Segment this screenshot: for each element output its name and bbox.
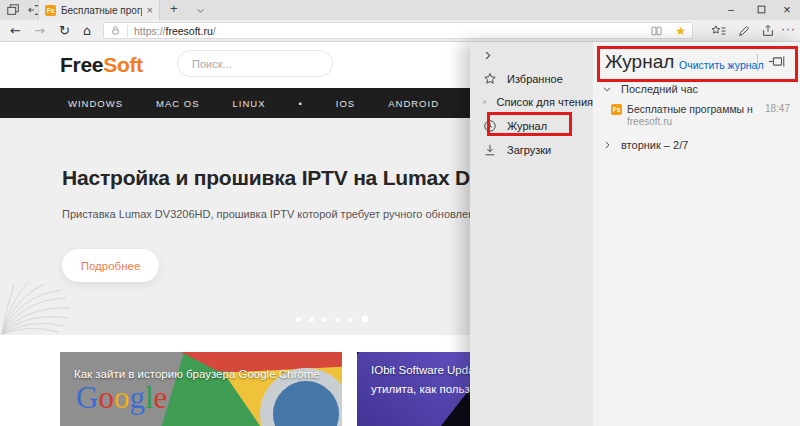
hub-expand-chevron-icon[interactable] [482,50,493,61]
favorite-star-icon[interactable]: ★ [675,25,686,37]
reading-list-icon [483,95,487,109]
nav-item-macos[interactable]: MAC OS [156,98,199,109]
chevron-down-icon [602,84,612,94]
google-letter: e [154,380,168,415]
carousel-dot[interactable] [348,317,353,322]
home-button[interactable]: ⌂ [83,23,91,39]
hub-history-pane: Журнал Очистить журнал Последний час Fs … [593,42,800,426]
site-logo[interactable]: FreeSoft [60,53,143,77]
address-bar[interactable]: https://freesoft.ru/ ★ [103,22,693,39]
history-section-last-hour[interactable]: Последний час [602,83,698,95]
url-path: / [213,25,216,37]
history-section-tuesday[interactable]: вторник – 2/7 [602,139,688,151]
google-letter: G [76,380,98,415]
clear-history-link[interactable]: Очистить журнал [679,59,764,71]
web-note-pen-icon[interactable] [737,24,751,38]
lock-icon [110,25,121,36]
window-close-button[interactable]: × [772,0,800,20]
tab-title: Бесплатные программ [61,5,142,16]
new-tab-button[interactable]: + [170,1,178,16]
nav-separator-dot: • [299,98,303,109]
hub-panel: Избранное Список для чтения Журнал Загру… [470,42,800,426]
url-protocol: https:// [134,25,166,37]
nav-item-windows[interactable]: WINDOWS [68,98,123,109]
site-search-input[interactable] [177,50,333,77]
nav-item-android[interactable]: ANDROID [388,98,439,109]
tab-preview-icon[interactable] [6,3,22,17]
google-letter: o [98,380,114,415]
card-title: Как зайти в историю браузера Google Chro… [74,368,320,380]
sidebar-item-label: Избранное [507,73,563,85]
hub-favorites-icon[interactable] [710,24,727,38]
hub-sidebar: Избранное Список для чтения Журнал Загру… [470,42,593,426]
hero-title: Настройка и прошивка IPTV на Lumax DV-32… [62,166,535,190]
sidebar-item-label: Список для чтения [497,96,593,108]
history-entry-time: 18:47 [765,103,790,114]
carousel-dot[interactable] [322,317,327,322]
hero-more-button[interactable]: Подробнее [62,249,159,282]
header-divider [757,54,758,71]
reading-view-icon[interactable] [650,25,663,37]
share-icon[interactable] [761,24,775,38]
star-icon [483,72,497,86]
forward-button[interactable]: → [34,23,45,39]
more-menu-icon[interactable]: ··· [781,22,796,36]
carousel-dots [296,315,369,323]
sidebar-item-label: Журнал [507,120,547,132]
history-entry-title: Бесплатные программы на FreeSoft, ск [627,103,753,115]
carousel-dot[interactable] [335,317,340,322]
logo-part1: Free [60,53,103,76]
tab-list-chevron-icon[interactable] [196,6,205,15]
history-entry-domain: freesoft.ru [627,116,672,127]
carousel-dot[interactable] [296,317,301,322]
google-letter: l [145,380,154,415]
section-label: Последний час [621,83,698,95]
history-entry-favicon: Fs [611,104,622,115]
browser-toolbar: ← → ↻ ⌂ https://freesoft.ru/ ★ ··· [0,20,800,42]
carousel-dot[interactable] [309,317,314,322]
address-divider [127,25,128,37]
clock-icon [483,119,497,133]
tab-close-icon[interactable]: × [147,5,153,16]
window-minimize-button[interactable]: – [716,0,746,20]
browser-tab[interactable]: Fs Бесплатные программ × [38,0,160,20]
article-card-chrome-history[interactable]: Как зайти в историю браузера Google Chro… [60,352,342,426]
history-pane-title: Журнал [605,51,674,73]
chevron-right-icon [602,140,612,150]
nav-item-ios[interactable]: IOS [336,98,355,109]
history-entry[interactable]: Fs Бесплатные программы на FreeSoft, ск … [593,100,800,132]
back-button[interactable]: ← [10,23,21,39]
decorative-lines [0,268,72,335]
sidebar-item-history[interactable]: Журнал [470,115,593,136]
pin-panel-icon[interactable] [768,55,786,68]
sidebar-item-downloads[interactable]: Загрузки [470,139,593,160]
download-icon [483,143,497,157]
sidebar-item-label: Загрузки [507,144,551,156]
tab-favicon: Fs [45,5,56,16]
google-letter: o [114,380,130,415]
sidebar-item-favorites[interactable]: Избранное [470,68,593,89]
logo-part2: Soft [103,53,143,76]
nav-item-linux[interactable]: LINUX [233,98,266,109]
sidebar-item-reading-list[interactable]: Список для чтения [470,91,593,112]
url-text: https://freesoft.ru/ [134,25,216,37]
carousel-dot-active[interactable] [361,315,369,323]
url-domain: freesoft.ru [166,25,213,37]
google-letter: g [129,380,145,415]
browser-titlebar: Fs Бесплатные программ × + – × [0,0,800,20]
google-logo: Google [76,380,167,416]
refresh-button[interactable]: ↻ [59,23,70,39]
section-label: вторник – 2/7 [621,139,688,151]
